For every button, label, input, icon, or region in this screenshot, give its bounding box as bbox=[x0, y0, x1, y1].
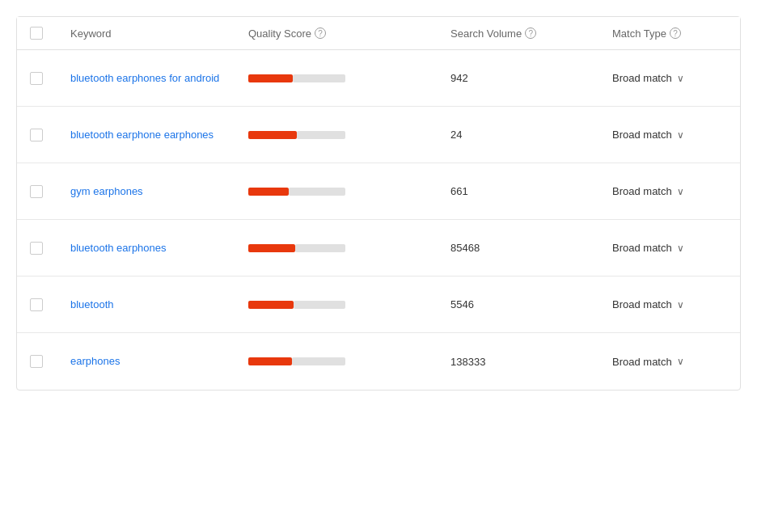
table-body: bluetooth earphones for android942Broad … bbox=[17, 50, 740, 390]
score-bar-container bbox=[248, 131, 345, 139]
match-type-text: Broad match bbox=[612, 72, 672, 84]
row-checkbox[interactable] bbox=[30, 185, 43, 198]
keyword-cell[interactable]: bluetooth earphones for android bbox=[70, 70, 248, 87]
match-type-chevron-icon[interactable]: ∨ bbox=[677, 186, 684, 197]
score-bar-container bbox=[248, 188, 345, 196]
row-checkbox-cell[interactable] bbox=[30, 242, 70, 255]
row-checkbox[interactable] bbox=[30, 242, 43, 255]
search-volume-cell: 661 bbox=[450, 185, 612, 197]
row-checkbox-cell[interactable] bbox=[30, 185, 70, 198]
table-row: bluetooth earphone earphones24Broad matc… bbox=[17, 107, 740, 163]
search-volume-cell: 942 bbox=[450, 72, 612, 84]
score-bar-fill bbox=[248, 131, 297, 139]
keyword-cell[interactable]: bluetooth earphone earphones bbox=[70, 127, 248, 143]
score-bar-container bbox=[248, 244, 345, 252]
match-type-text: Broad match bbox=[612, 298, 672, 310]
match-type-text: Broad match bbox=[612, 129, 672, 141]
score-bar-empty bbox=[294, 301, 345, 309]
score-bar-container bbox=[248, 301, 345, 309]
score-bar-fill bbox=[248, 188, 289, 196]
row-checkbox-cell[interactable] bbox=[30, 298, 70, 311]
match-type-chevron-icon[interactable]: ∨ bbox=[677, 243, 684, 254]
keywords-table: Keyword Quality Score ? Search Volume ? … bbox=[16, 16, 741, 391]
row-checkbox-cell[interactable] bbox=[30, 355, 70, 368]
quality-score-cell bbox=[248, 301, 450, 309]
match-type-cell[interactable]: Broad match∨ bbox=[612, 129, 757, 141]
score-bar-empty bbox=[289, 188, 345, 196]
match-type-cell[interactable]: Broad match∨ bbox=[612, 185, 757, 197]
match-type-chevron-icon[interactable]: ∨ bbox=[677, 356, 684, 367]
score-bar-empty bbox=[293, 74, 345, 82]
quality-score-cell bbox=[248, 244, 450, 252]
match-type-text: Broad match bbox=[612, 356, 672, 368]
quality-score-column-header: Quality Score ? bbox=[248, 27, 450, 40]
quality-score-cell bbox=[248, 74, 450, 82]
table-row: bluetooth earphones for android942Broad … bbox=[17, 50, 740, 107]
score-bar-empty bbox=[295, 244, 345, 252]
search-volume-cell: 85468 bbox=[450, 242, 612, 254]
match-type-column-header: Match Type ? bbox=[612, 27, 757, 40]
match-type-chevron-icon[interactable]: ∨ bbox=[677, 299, 684, 310]
score-bar-fill bbox=[248, 74, 293, 82]
score-bar-container bbox=[248, 74, 345, 82]
score-bar-container bbox=[248, 357, 345, 365]
score-bar-empty bbox=[292, 357, 345, 365]
match-type-cell[interactable]: Broad match∨ bbox=[612, 72, 757, 84]
match-type-cell[interactable]: Broad match∨ bbox=[612, 242, 757, 254]
keyword-cell[interactable]: earphones bbox=[70, 353, 248, 369]
quality-score-cell bbox=[248, 131, 450, 139]
table-row: bluetooth earphones85468Broad match∨ bbox=[17, 220, 740, 277]
row-checkbox[interactable] bbox=[30, 72, 43, 85]
table-header: Keyword Quality Score ? Search Volume ? … bbox=[17, 17, 740, 50]
select-all-checkbox[interactable] bbox=[30, 27, 43, 40]
search-volume-help-icon[interactable]: ? bbox=[525, 27, 536, 39]
row-checkbox[interactable] bbox=[30, 298, 43, 311]
keyword-cell[interactable]: bluetooth bbox=[70, 297, 248, 313]
match-type-cell[interactable]: Broad match∨ bbox=[612, 298, 757, 310]
quality-score-cell bbox=[248, 188, 450, 196]
match-type-text: Broad match bbox=[612, 185, 672, 197]
score-bar-fill bbox=[248, 301, 294, 309]
quality-score-cell bbox=[248, 357, 450, 365]
score-bar-fill bbox=[248, 357, 292, 365]
keyword-cell[interactable]: gym earphones bbox=[70, 184, 248, 200]
search-volume-cell: 24 bbox=[450, 129, 612, 141]
match-type-chevron-icon[interactable]: ∨ bbox=[677, 129, 684, 141]
match-type-text: Broad match bbox=[612, 242, 672, 254]
match-type-cell[interactable]: Broad match∨ bbox=[612, 356, 757, 368]
search-volume-cell: 138333 bbox=[450, 356, 612, 368]
row-checkbox[interactable] bbox=[30, 129, 43, 141]
match-type-help-icon[interactable]: ? bbox=[670, 27, 681, 39]
row-checkbox-cell[interactable] bbox=[30, 129, 70, 141]
table-row: gym earphones661Broad match∨ bbox=[17, 163, 740, 220]
keyword-column-header: Keyword bbox=[70, 27, 248, 40]
table-row: bluetooth5546Broad match∨ bbox=[17, 277, 740, 333]
match-type-chevron-icon[interactable]: ∨ bbox=[677, 73, 684, 84]
row-checkbox-cell[interactable] bbox=[30, 72, 70, 85]
score-bar-fill bbox=[248, 244, 295, 252]
score-bar-empty bbox=[297, 131, 345, 139]
search-volume-cell: 5546 bbox=[450, 298, 612, 310]
row-checkbox[interactable] bbox=[30, 355, 43, 368]
keyword-cell[interactable]: bluetooth earphones bbox=[70, 240, 248, 256]
select-all-cell[interactable] bbox=[30, 27, 70, 40]
quality-score-help-icon[interactable]: ? bbox=[315, 27, 326, 39]
table-row: earphones138333Broad match∨ bbox=[17, 333, 740, 390]
search-volume-column-header: Search Volume ? bbox=[450, 27, 612, 40]
